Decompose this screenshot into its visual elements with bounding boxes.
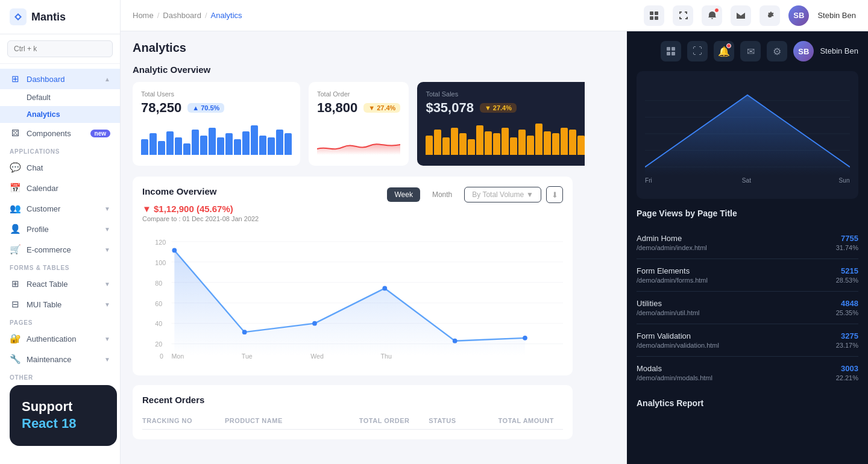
sidebar-item-mui-table[interactable]: ⊟ MUI Table ▼ [0,294,120,315]
react-table-icon: ⊞ [10,278,20,289]
mantis-logo-icon [10,8,27,25]
bar-yellow [510,137,517,155]
svg-point-21 [382,286,387,291]
applications-section-label: Applications [0,143,120,157]
main-content: Home / Dashboard / Analytics [121,0,868,464]
sidebar-item-authentication[interactable]: 🔐 Authentication ▼ [0,328,120,349]
search-container [0,34,120,64]
sidebar-item-calendar[interactable]: 📅 Calendar [0,178,120,198]
download-button[interactable]: ⬇ [546,186,563,203]
dark-user-name: Stebin Ben [820,41,858,61]
month-button[interactable]: Month [425,187,459,202]
page-view-item[interactable]: Form Elements 5215 /demo/admin/forms.htm… [637,259,858,292]
page-views-list: Admin Home 7755 /demo/admin/index.html 3… [637,227,858,389]
bar-yellow [502,128,509,155]
card-value-sales: $35,078 [426,100,474,116]
settings-icon-button[interactable] [760,5,780,26]
bar-blue [285,133,292,155]
dark-settings-button[interactable]: ⚙ [767,41,787,61]
pv-path: /demo/admin/modals.html [637,374,712,381]
volume-dropdown-button[interactable]: By Total Volume ▼ [464,187,541,202]
breadcrumb-sep-1: / [157,11,160,20]
pv-name: Utilities [637,299,662,308]
svg-text:Fri: Fri [645,177,652,184]
breadcrumb-home[interactable]: Home [133,11,154,20]
svg-text:100: 100 [155,259,166,266]
breadcrumb-dashboard[interactable]: Dashboard [163,11,201,20]
svg-text:Wed: Wed [310,353,324,360]
svg-text:Sat: Sat [742,177,751,184]
bar-yellow [552,133,559,155]
maintenance-icon: 🔧 [10,354,20,365]
arrow-down-icon-2: ▼ [485,104,491,111]
user-name: Stebin Ben [817,11,856,20]
page-view-item[interactable]: Form Validation 3275 /demo/admin/validat… [637,324,858,357]
fullscreen-icon-button[interactable] [673,5,693,26]
page-view-item[interactable]: Modals 3003 /demo/admin/modals.html 22.2… [637,357,858,389]
pv-pct: 22.21% [836,374,858,381]
bar-blue [192,130,199,155]
pv-name: Form Elements [637,266,690,275]
income-header: Income Overview ▼ $1,12,900 (45.67%) Com… [142,186,563,222]
pv-pct: 31.74% [836,244,858,251]
bar-blue [141,139,148,155]
chevron-up-icon: ▲ [104,76,110,83]
components-icon: ⚄ [10,128,20,139]
bar-blue [234,139,241,155]
dark-bell-button[interactable]: 🔔 [714,41,734,61]
svg-text:40: 40 [155,320,162,327]
sidebar-item-profile[interactable]: 👤 Profile ▼ [0,219,120,239]
dropdown-arrow-icon: ▼ [526,190,533,199]
mail-icon-button[interactable] [731,5,751,26]
sidebar-logo[interactable]: Mantis [0,0,120,34]
dark-screen-button[interactable]: ⛶ [687,41,708,61]
sidebar-item-chat[interactable]: 💬 Chat [0,157,120,178]
arrow-up-icon: ▲ [192,104,199,111]
dark-apps-button[interactable] [661,41,681,61]
chevron-down-icon-7: ▼ [104,356,110,363]
search-input[interactable] [7,40,113,57]
card-value-users: 78,250 [141,100,181,116]
analytics-cards: Total Users 78,250 ▲ 70.5% Total Order 1… [133,82,573,166]
sidebar-item-components[interactable]: ⚄ Components new [0,123,120,143]
bar-blue [183,143,190,155]
svg-rect-28 [667,47,670,51]
sidebar-item-react-table[interactable]: ⊞ React Table ▼ [0,274,120,294]
page-view-item[interactable]: Utilities 4848 /demo/admin/util.html 25.… [637,292,858,324]
svg-point-23 [523,336,527,340]
svg-rect-1 [650,11,653,15]
svg-rect-4 [655,16,658,20]
support-text-line1: Support [22,398,105,416]
page-view-item[interactable]: Admin Home 7755 /demo/admin/index.html 3… [637,227,858,259]
table-header: TRACKING NO PRODUCT NAME TOTAL ORDER STA… [142,412,563,430]
dark-income-chart-section: Fri Sat Sun [637,71,858,199]
pv-count: 3003 [841,364,858,373]
sidebar-item-ecommerce[interactable]: 🛒 E-commerce ▼ [0,239,120,260]
chevron-down-icon-6: ▼ [104,336,110,342]
support-popup[interactable]: Support React 18 [10,385,117,446]
svg-text:0: 0 [160,353,163,360]
sidebar-item-maintenance[interactable]: 🔧 Maintenance ▼ [0,349,120,369]
week-button[interactable]: Week [387,187,420,202]
sidebar-item-analytics[interactable]: Analytics [0,106,120,123]
users-bar-chart [141,122,292,155]
analytic-overview-title: Analytic Overview [133,64,573,75]
user-avatar[interactable]: SB [788,5,809,26]
bar-yellow [451,128,458,155]
dark-user-avatar[interactable]: SB [793,41,814,61]
bar-yellow [459,133,467,155]
apps-icon-button[interactable] [644,5,664,26]
bar-yellow [485,131,492,155]
order-area-chart [317,122,400,155]
mail-icon [736,11,746,20]
gear-icon [765,11,775,20]
bar-yellow [577,136,585,155]
profile-icon: 👤 [10,224,20,234]
dark-mail-button[interactable]: ✉ [740,41,761,61]
pv-name: Admin Home [637,234,682,243]
sidebar-item-default[interactable]: Default [0,89,120,106]
sidebar-item-customer[interactable]: 👥 Customer ▼ [0,198,120,219]
dark-header-icons: ⛶ 🔔 ✉ ⚙ SB Stebin Ben [637,41,858,61]
notifications-icon-button[interactable] [702,5,722,26]
sidebar-item-dashboard[interactable]: ⊞ Dashboard ▲ [0,69,120,89]
